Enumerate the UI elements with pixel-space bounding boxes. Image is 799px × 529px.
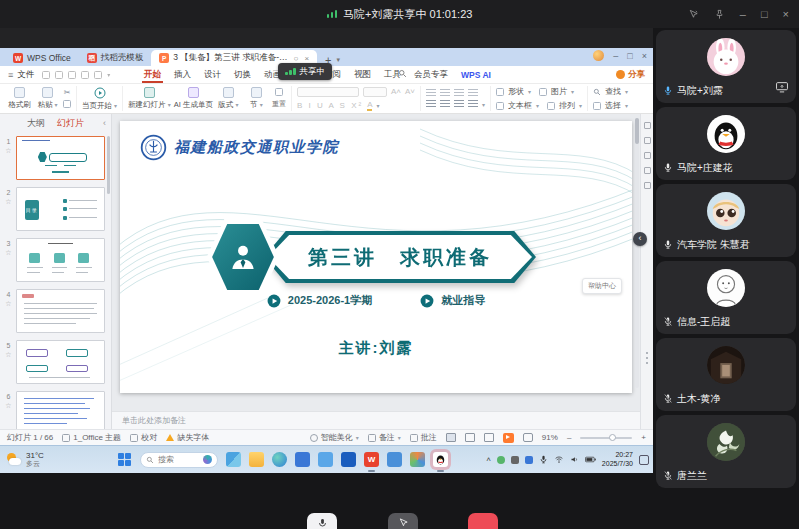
play-from-current-button[interactable]: 当页开始 ▾ — [82, 87, 117, 111]
bullet-list-icon[interactable] — [426, 89, 436, 97]
participant-tile-1[interactable]: 马院+刘露 — [656, 30, 796, 103]
find-button[interactable]: 查找 — [605, 86, 621, 97]
ribbon-tab-3[interactable]: 设计 — [202, 66, 223, 83]
picture-button[interactable]: 图片 — [551, 86, 567, 97]
tray-mic-icon[interactable] — [539, 455, 548, 464]
notes-bar[interactable]: 单击此处添加备注 — [112, 411, 640, 429]
reset-label[interactable]: 重置 — [272, 99, 286, 109]
start-button[interactable] — [118, 453, 132, 467]
star-icon[interactable]: ☆ — [5, 351, 11, 359]
file-tab-2[interactable]: 稻找稻壳模板 — [79, 50, 152, 66]
slide-thumbnail-4[interactable]: 4☆ — [3, 289, 105, 333]
sharing-badge[interactable]: 共享中 — [278, 63, 332, 80]
outlook-icon[interactable] — [341, 452, 356, 467]
tab-outline[interactable]: 大纲 — [27, 117, 45, 130]
weather-widget[interactable]: 31°C 多云 — [6, 452, 44, 468]
star-icon[interactable]: ☆ — [5, 402, 11, 410]
mail-icon[interactable] — [318, 452, 333, 467]
export-icon[interactable] — [68, 71, 76, 79]
file-explorer-icon[interactable] — [249, 452, 264, 467]
comments-button[interactable]: 批注 — [410, 432, 437, 443]
star-icon[interactable]: ☆ — [5, 300, 11, 308]
tab-slides[interactable]: 幻灯片 — [57, 117, 84, 130]
file-tab-1[interactable]: WWPS Office — [5, 50, 79, 66]
layout-button[interactable]: 版式 ▾ — [216, 87, 241, 110]
participant-tile-2[interactable]: 马院+庄建花 — [656, 107, 796, 180]
quick-access-more-icon[interactable]: ▾ — [107, 71, 110, 78]
ribbon-tab-4[interactable]: 切换 — [232, 66, 253, 83]
wifi-icon[interactable] — [554, 455, 564, 464]
star-icon[interactable]: ☆ — [5, 198, 11, 206]
slide-thumbnail-3[interactable]: 3☆ — [3, 238, 105, 282]
normal-view-button[interactable] — [446, 433, 456, 442]
wps-taskbar-icon[interactable]: W — [364, 452, 379, 467]
notes-button[interactable]: 备注▾ — [368, 432, 401, 443]
beautify-button[interactable]: 智能美化▾ — [310, 432, 359, 443]
save-icon[interactable] — [42, 71, 50, 79]
pin-icon[interactable] — [714, 9, 725, 20]
align-right-icon[interactable] — [454, 100, 464, 108]
zoom-in-button[interactable]: + — [641, 433, 646, 442]
slide-thumbnail-5[interactable]: 5☆ — [3, 340, 105, 384]
number-list-icon[interactable] — [440, 89, 450, 97]
wps-minimize-icon[interactable]: – — [613, 51, 618, 61]
zoom-out-button[interactable]: – — [567, 433, 571, 442]
thumbnail-preview[interactable] — [16, 340, 105, 384]
shrink-font-icon[interactable]: A˅ — [405, 87, 415, 96]
print-icon[interactable] — [55, 71, 63, 79]
video-app-icon[interactable] — [387, 452, 402, 467]
annotate-icon[interactable] — [688, 9, 699, 20]
palette-app-icon[interactable] — [410, 452, 425, 467]
wps-close-icon[interactable]: × — [642, 51, 647, 61]
maximize-icon[interactable]: □ — [761, 9, 768, 20]
align-left-icon[interactable] — [426, 100, 436, 108]
copy-icon[interactable] — [63, 100, 71, 108]
thumbnail-preview[interactable]: 目录 — [16, 187, 105, 231]
drag-dots[interactable] — [646, 352, 648, 364]
ribbon-tab-10[interactable]: 会员专享 — [412, 66, 450, 83]
ribbon-tab-8[interactable]: 视图 — [352, 66, 373, 83]
section-button[interactable]: 节 ▾ — [244, 87, 269, 110]
ribbon-search-icon[interactable] — [398, 69, 407, 80]
grow-font-icon[interactable]: A˄ — [391, 87, 401, 96]
tray-app-icon[interactable] — [497, 456, 505, 464]
notification-icon[interactable] — [639, 455, 649, 465]
task-view-icon[interactable] — [226, 452, 241, 467]
tab-list-icon[interactable]: ▾ — [337, 56, 341, 64]
thumbnail-preview[interactable] — [16, 289, 105, 333]
tray-app2-icon[interactable] — [525, 456, 533, 464]
ribbon-tab-1[interactable]: 开始 — [142, 66, 163, 83]
slide-canvas[interactable]: 福建船政交通职业学院 — [112, 114, 640, 429]
thumbnail-preview[interactable] — [16, 238, 105, 282]
reset-icon[interactable] — [275, 88, 283, 96]
slideshow-button[interactable] — [503, 433, 514, 443]
zoom-slider[interactable] — [580, 437, 632, 439]
proof-button[interactable]: 校对 — [130, 432, 157, 443]
zoom-value[interactable]: 91% — [542, 433, 558, 442]
missing-font-button[interactable]: 缺失字体 — [166, 432, 209, 443]
paste-button[interactable]: 粘贴 ▾ — [35, 87, 60, 110]
search-input[interactable] — [158, 455, 198, 464]
undo-icon[interactable] — [81, 71, 89, 79]
library-icon[interactable] — [644, 167, 651, 174]
wps-share-button[interactable]: 分享 — [616, 69, 645, 81]
theme-button[interactable]: 1_Office 主题 — [62, 432, 121, 443]
mic-control-button[interactable] — [307, 513, 337, 529]
wps-maximize-icon[interactable]: □ — [627, 51, 632, 61]
star-icon[interactable]: ☆ — [5, 147, 11, 155]
thumbnail-preview[interactable] — [16, 391, 105, 429]
beautify-icon[interactable] — [644, 152, 651, 159]
battery-icon[interactable] — [585, 455, 596, 464]
tray-clock[interactable]: 20:27 2025/7/30 — [602, 451, 633, 468]
font-size-select[interactable] — [363, 87, 387, 97]
sidebar-expand-handle[interactable]: ‹ — [633, 232, 647, 246]
volume-icon[interactable] — [570, 455, 579, 464]
canvas-scrollbar[interactable] — [635, 118, 639, 388]
redo-icon[interactable] — [94, 71, 102, 79]
format-painter-button[interactable]: 格式刷 — [7, 87, 32, 110]
line-spacing-icon[interactable] — [468, 89, 478, 97]
slide-thumbnail-2[interactable]: 2☆目录 — [3, 187, 105, 231]
sorter-view-button[interactable] — [465, 433, 475, 442]
new-slide-button[interactable]: 新建幻灯片 ▾ — [128, 87, 171, 110]
thumbnail-scrollbar[interactable] — [107, 136, 110, 194]
